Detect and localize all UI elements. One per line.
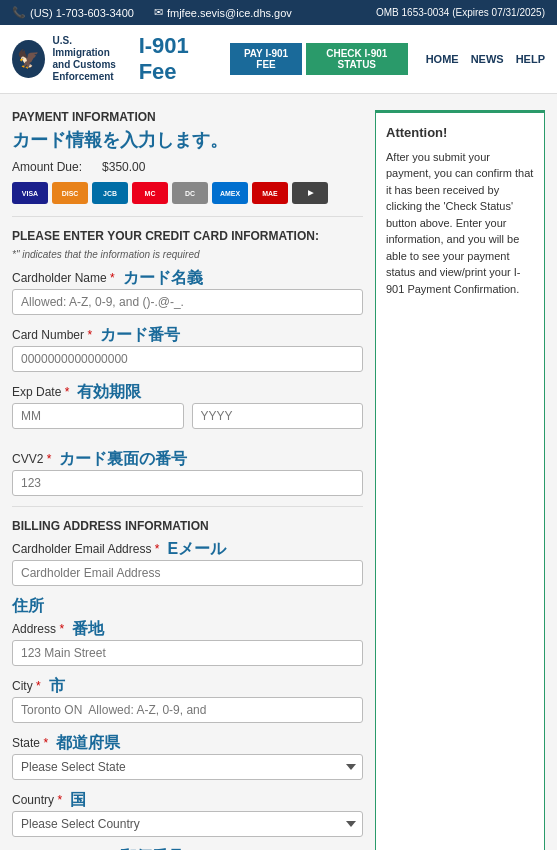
- exp-date-group: Exp Date * 有効期限: [12, 382, 363, 439]
- amex-icon: AMEX: [212, 182, 248, 204]
- exp-mm-group: [12, 403, 184, 429]
- mastercard-icon: MC: [132, 182, 168, 204]
- email-label: Cardholder Email Address *: [12, 542, 159, 556]
- exp-yyyy-group: [192, 403, 364, 429]
- exp-mm-input[interactable]: [12, 403, 184, 429]
- city-group: City * 市: [12, 676, 363, 723]
- phone-number: (US) 1-703-603-3400: [30, 7, 134, 19]
- org-name: U.S. Immigration and Customs Enforcement: [53, 35, 121, 83]
- omb-info: OMB 1653-0034 (Expires 07/31/2025): [376, 7, 545, 18]
- jcb-icon: JCB: [92, 182, 128, 204]
- country-select[interactable]: Please Select Country: [12, 811, 363, 837]
- attention-box: Attention! After you submit your payment…: [375, 110, 545, 850]
- address-japanese: 番地: [72, 619, 104, 640]
- form-section: PAYMENT INFORMATION カード情報を入力します。 Amount …: [12, 110, 363, 850]
- email-group: Cardholder Email Address * Eメール: [12, 539, 363, 586]
- cvv2-input[interactable]: [12, 470, 363, 496]
- city-label: City *: [12, 679, 41, 693]
- card-number-group: Card Number * カード番号: [12, 325, 363, 372]
- state-group: State * 都道府県 Please Select State: [12, 733, 363, 780]
- city-japanese: 市: [49, 676, 65, 697]
- payment-japanese-label: カード情報を入力します。: [12, 128, 363, 152]
- email-address: fmjfee.sevis@ice.dhs.gov: [167, 7, 292, 19]
- main-content: PAYMENT INFORMATION カード情報を入力します。 Amount …: [0, 94, 557, 850]
- country-label: Country *: [12, 793, 62, 807]
- discover-icon: DISC: [52, 182, 88, 204]
- check-status-button[interactable]: CHECK I-901 STATUS: [306, 43, 408, 75]
- top-bar: 📞 (US) 1-703-603-3400 ✉ fmjfee.sevis@ice…: [0, 0, 557, 25]
- billing-section-title: BILLING ADDRESS INFORMATION: [12, 519, 363, 533]
- state-select[interactable]: Please Select State: [12, 754, 363, 780]
- pay-fee-button[interactable]: PAY I-901 FEE: [230, 43, 302, 75]
- cardholder-name-group: Cardholder Name * カード名義: [12, 268, 363, 315]
- amount-value: $350.00: [102, 160, 145, 174]
- country-japanese: 国: [70, 790, 86, 811]
- state-label: State *: [12, 736, 48, 750]
- extra-card-icon: ▶: [292, 182, 328, 204]
- cvv2-japanese: カード裏面の番号: [59, 449, 187, 470]
- help-link[interactable]: HELP: [516, 53, 545, 65]
- address-section-japanese: 住所: [12, 596, 363, 617]
- credit-card-section-title: PLEASE ENTER YOUR CREDIT CARD INFORMATIO…: [12, 229, 363, 243]
- cardholder-japanese: カード名義: [123, 268, 203, 289]
- card-number-label: Card Number *: [12, 328, 92, 342]
- eagle-icon: 🦅: [12, 40, 45, 78]
- email-japanese: Eメール: [167, 539, 226, 560]
- city-input[interactable]: [12, 697, 363, 723]
- cvv2-group: CVV2 * カード裏面の番号: [12, 449, 363, 496]
- payment-info-title: PAYMENT INFORMATION: [12, 110, 363, 124]
- exp-date-japanese: 有効期限: [77, 382, 141, 403]
- attention-text: After you submit your payment, you can c…: [386, 149, 534, 298]
- card-icons: VISA DISC JCB MC DC AMEX MAE ▶: [12, 182, 363, 204]
- card-number-input[interactable]: [12, 346, 363, 372]
- exp-yyyy-input[interactable]: [192, 403, 364, 429]
- card-number-japanese: カード番号: [100, 325, 180, 346]
- cvv2-label: CVV2 *: [12, 452, 51, 466]
- nav-buttons: PAY I-901 FEE CHECK I-901 STATUS: [230, 43, 407, 75]
- required-note: *" indicates that the information is req…: [12, 249, 363, 260]
- amount-row: Amount Due: $350.00: [12, 160, 363, 174]
- address-group: Address * 番地: [12, 619, 363, 666]
- country-group: Country * 国 Please Select Country: [12, 790, 363, 837]
- logo: 🦅 U.S. Immigration and Customs Enforceme…: [12, 35, 121, 83]
- exp-date-row: [12, 403, 363, 439]
- home-link[interactable]: HOME: [426, 53, 459, 65]
- address-label: Address *: [12, 622, 64, 636]
- cardholder-name-input[interactable]: [12, 289, 363, 315]
- state-japanese: 都道府県: [56, 733, 120, 754]
- nav-links: HOME NEWS HELP: [426, 53, 545, 65]
- phone-info: 📞 (US) 1-703-603-3400: [12, 6, 134, 19]
- phone-icon: 📞: [12, 6, 26, 19]
- email-input[interactable]: [12, 560, 363, 586]
- cardholder-name-label: Cardholder Name *: [12, 271, 115, 285]
- navigation: 🦅 U.S. Immigration and Customs Enforceme…: [0, 25, 557, 94]
- visa-icon: VISA: [12, 182, 48, 204]
- page-title: I-901 Fee: [139, 33, 221, 85]
- news-link[interactable]: NEWS: [471, 53, 504, 65]
- diners-icon: DC: [172, 182, 208, 204]
- email-info: ✉ fmjfee.sevis@ice.dhs.gov: [154, 6, 292, 19]
- maestro-icon: MAE: [252, 182, 288, 204]
- exp-date-label: Exp Date *: [12, 385, 69, 399]
- email-icon: ✉: [154, 6, 163, 19]
- attention-title: Attention!: [386, 123, 534, 143]
- address-input[interactable]: [12, 640, 363, 666]
- amount-label: Amount Due:: [12, 160, 82, 174]
